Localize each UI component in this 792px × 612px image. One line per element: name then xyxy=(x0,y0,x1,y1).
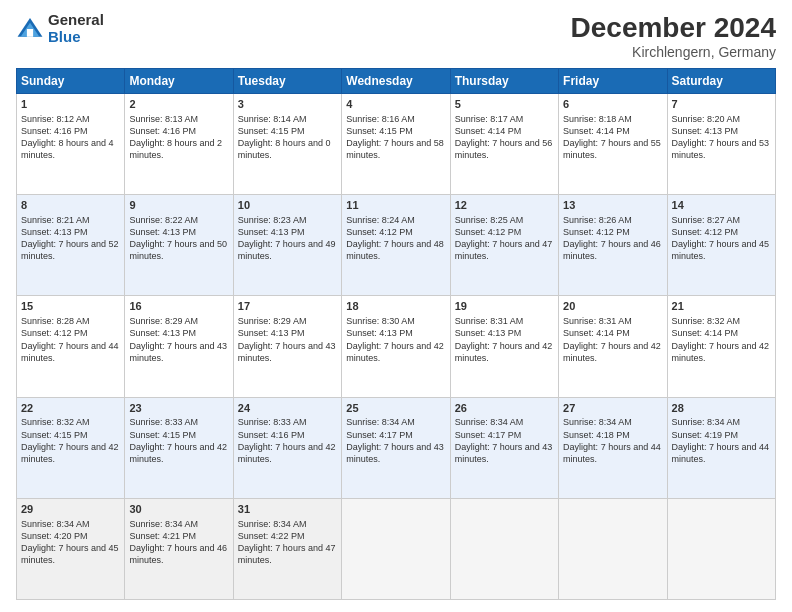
sunrise: Sunrise: 8:34 AM xyxy=(455,417,524,427)
sunrise: Sunrise: 8:23 AM xyxy=(238,215,307,225)
sunset: Sunset: 4:22 PM xyxy=(238,531,305,541)
sunrise: Sunrise: 8:14 AM xyxy=(238,114,307,124)
day-cell: 23Sunrise: 8:33 AMSunset: 4:15 PMDayligh… xyxy=(125,397,233,498)
sunset: Sunset: 4:16 PM xyxy=(238,430,305,440)
daylight: Daylight: 7 hours and 49 minutes. xyxy=(238,239,336,261)
calendar: SundayMondayTuesdayWednesdayThursdayFrid… xyxy=(16,68,776,600)
day-cell: 26Sunrise: 8:34 AMSunset: 4:17 PMDayligh… xyxy=(450,397,558,498)
sunrise: Sunrise: 8:34 AM xyxy=(238,519,307,529)
day-cell: 12Sunrise: 8:25 AMSunset: 4:12 PMDayligh… xyxy=(450,195,558,296)
day-number: 10 xyxy=(238,198,337,213)
day-cell: 31Sunrise: 8:34 AMSunset: 4:22 PMDayligh… xyxy=(233,498,341,599)
day-number: 12 xyxy=(455,198,554,213)
sunset: Sunset: 4:14 PM xyxy=(563,328,630,338)
daylight: Daylight: 7 hours and 45 minutes. xyxy=(672,239,770,261)
sunset: Sunset: 4:14 PM xyxy=(672,328,739,338)
daylight: Daylight: 7 hours and 42 minutes. xyxy=(563,341,661,363)
sunrise: Sunrise: 8:18 AM xyxy=(563,114,632,124)
daylight: Daylight: 7 hours and 42 minutes. xyxy=(238,442,336,464)
sunset: Sunset: 4:21 PM xyxy=(129,531,196,541)
day-cell xyxy=(342,498,450,599)
location: Kirchlengern, Germany xyxy=(571,44,776,60)
week-row-2: 8Sunrise: 8:21 AMSunset: 4:13 PMDaylight… xyxy=(17,195,776,296)
day-number: 29 xyxy=(21,502,120,517)
sunset: Sunset: 4:13 PM xyxy=(346,328,413,338)
sunset: Sunset: 4:14 PM xyxy=(563,126,630,136)
sunset: Sunset: 4:12 PM xyxy=(455,227,522,237)
sunset: Sunset: 4:17 PM xyxy=(455,430,522,440)
sunrise: Sunrise: 8:16 AM xyxy=(346,114,415,124)
day-cell: 19Sunrise: 8:31 AMSunset: 4:13 PMDayligh… xyxy=(450,296,558,397)
sunrise: Sunrise: 8:34 AM xyxy=(21,519,90,529)
day-number: 6 xyxy=(563,97,662,112)
day-number: 26 xyxy=(455,401,554,416)
page: General Blue December 2024 Kirchlengern,… xyxy=(0,0,792,612)
sunrise: Sunrise: 8:29 AM xyxy=(129,316,198,326)
sunrise: Sunrise: 8:33 AM xyxy=(129,417,198,427)
day-number: 27 xyxy=(563,401,662,416)
sunset: Sunset: 4:17 PM xyxy=(346,430,413,440)
sunrise: Sunrise: 8:32 AM xyxy=(672,316,741,326)
day-number: 3 xyxy=(238,97,337,112)
day-cell: 4Sunrise: 8:16 AMSunset: 4:15 PMDaylight… xyxy=(342,94,450,195)
daylight: Daylight: 7 hours and 42 minutes. xyxy=(21,442,119,464)
column-header-thursday: Thursday xyxy=(450,69,558,94)
day-cell: 21Sunrise: 8:32 AMSunset: 4:14 PMDayligh… xyxy=(667,296,775,397)
daylight: Daylight: 7 hours and 46 minutes. xyxy=(563,239,661,261)
sunset: Sunset: 4:12 PM xyxy=(346,227,413,237)
day-cell: 27Sunrise: 8:34 AMSunset: 4:18 PMDayligh… xyxy=(559,397,667,498)
day-cell: 20Sunrise: 8:31 AMSunset: 4:14 PMDayligh… xyxy=(559,296,667,397)
daylight: Daylight: 7 hours and 42 minutes. xyxy=(672,341,770,363)
day-cell: 25Sunrise: 8:34 AMSunset: 4:17 PMDayligh… xyxy=(342,397,450,498)
sunrise: Sunrise: 8:22 AM xyxy=(129,215,198,225)
title-section: December 2024 Kirchlengern, Germany xyxy=(571,12,776,60)
sunrise: Sunrise: 8:31 AM xyxy=(455,316,524,326)
daylight: Daylight: 8 hours and 4 minutes. xyxy=(21,138,114,160)
daylight: Daylight: 7 hours and 52 minutes. xyxy=(21,239,119,261)
day-cell: 18Sunrise: 8:30 AMSunset: 4:13 PMDayligh… xyxy=(342,296,450,397)
day-cell: 2Sunrise: 8:13 AMSunset: 4:16 PMDaylight… xyxy=(125,94,233,195)
day-number: 8 xyxy=(21,198,120,213)
day-cell: 17Sunrise: 8:29 AMSunset: 4:13 PMDayligh… xyxy=(233,296,341,397)
daylight: Daylight: 7 hours and 46 minutes. xyxy=(129,543,227,565)
day-cell xyxy=(450,498,558,599)
day-number: 17 xyxy=(238,299,337,314)
daylight: Daylight: 7 hours and 53 minutes. xyxy=(672,138,770,160)
sunrise: Sunrise: 8:25 AM xyxy=(455,215,524,225)
daylight: Daylight: 7 hours and 44 minutes. xyxy=(563,442,661,464)
logo-blue: Blue xyxy=(48,29,104,46)
week-row-4: 22Sunrise: 8:32 AMSunset: 4:15 PMDayligh… xyxy=(17,397,776,498)
sunset: Sunset: 4:15 PM xyxy=(238,126,305,136)
day-cell: 1Sunrise: 8:12 AMSunset: 4:16 PMDaylight… xyxy=(17,94,125,195)
daylight: Daylight: 7 hours and 55 minutes. xyxy=(563,138,661,160)
day-cell: 6Sunrise: 8:18 AMSunset: 4:14 PMDaylight… xyxy=(559,94,667,195)
sunrise: Sunrise: 8:33 AM xyxy=(238,417,307,427)
sunrise: Sunrise: 8:34 AM xyxy=(672,417,741,427)
daylight: Daylight: 7 hours and 45 minutes. xyxy=(21,543,119,565)
sunset: Sunset: 4:12 PM xyxy=(21,328,88,338)
daylight: Daylight: 7 hours and 43 minutes. xyxy=(129,341,227,363)
sunset: Sunset: 4:13 PM xyxy=(129,227,196,237)
day-cell: 11Sunrise: 8:24 AMSunset: 4:12 PMDayligh… xyxy=(342,195,450,296)
header-row: SundayMondayTuesdayWednesdayThursdayFrid… xyxy=(17,69,776,94)
day-number: 2 xyxy=(129,97,228,112)
column-header-tuesday: Tuesday xyxy=(233,69,341,94)
sunrise: Sunrise: 8:26 AM xyxy=(563,215,632,225)
sunrise: Sunrise: 8:34 AM xyxy=(346,417,415,427)
day-number: 7 xyxy=(672,97,771,112)
daylight: Daylight: 7 hours and 44 minutes. xyxy=(21,341,119,363)
column-header-monday: Monday xyxy=(125,69,233,94)
day-number: 23 xyxy=(129,401,228,416)
day-number: 16 xyxy=(129,299,228,314)
sunrise: Sunrise: 8:30 AM xyxy=(346,316,415,326)
sunrise: Sunrise: 8:13 AM xyxy=(129,114,198,124)
sunrise: Sunrise: 8:29 AM xyxy=(238,316,307,326)
day-cell: 30Sunrise: 8:34 AMSunset: 4:21 PMDayligh… xyxy=(125,498,233,599)
logo-icon xyxy=(16,15,44,43)
day-number: 5 xyxy=(455,97,554,112)
week-row-5: 29Sunrise: 8:34 AMSunset: 4:20 PMDayligh… xyxy=(17,498,776,599)
day-number: 9 xyxy=(129,198,228,213)
daylight: Daylight: 7 hours and 43 minutes. xyxy=(238,341,336,363)
sunrise: Sunrise: 8:21 AM xyxy=(21,215,90,225)
sunset: Sunset: 4:12 PM xyxy=(563,227,630,237)
